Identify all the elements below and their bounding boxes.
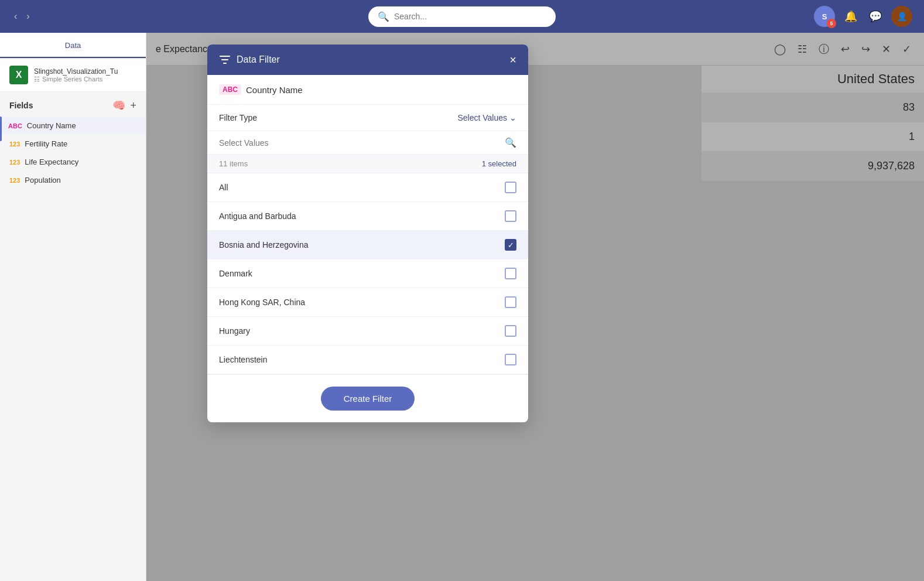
file-info: Slingshot_Visualization_Tu ☷ Simple Seri… xyxy=(34,67,136,83)
filter-list: All Antigua and Barbuda Bosnia and Herze… xyxy=(207,173,528,374)
modal-footer: Create Filter xyxy=(207,374,528,422)
nav-right-actions: S 5 🔔 💬 👤 xyxy=(814,6,912,27)
filter-item-antigua[interactable]: Antigua and Barbuda xyxy=(207,202,528,231)
field-item-population[interactable]: 123 Population xyxy=(0,171,146,189)
modal-close-button[interactable]: × xyxy=(509,54,516,66)
field-type-123-icon-fertility: 123 xyxy=(9,141,20,148)
add-field-icon[interactable]: + xyxy=(130,100,136,112)
checkbox-hungary[interactable] xyxy=(505,325,516,337)
fields-actions: 🧠 + xyxy=(112,99,136,112)
tab-data[interactable]: Data xyxy=(0,33,146,58)
filter-item-bosnia[interactable]: Bosnia and Herzegovina xyxy=(207,231,528,259)
filter-item-label-antigua: Antigua and Barbuda xyxy=(219,211,296,221)
search-icon: 🔍 xyxy=(505,137,516,148)
fields-header: Fields 🧠 + xyxy=(0,92,146,117)
nav-back-button[interactable]: ‹ xyxy=(12,9,19,24)
filter-type-label: Filter Type xyxy=(219,113,257,122)
table-icon: ☷ xyxy=(34,76,40,83)
file-name: Slingshot_Visualization_Tu xyxy=(34,67,136,76)
field-label-fertility-rate: Fertility Rate xyxy=(25,139,67,148)
filter-item-label-all: All xyxy=(219,183,228,192)
filter-item-liechtenstein[interactable]: Liechtenstein xyxy=(207,346,528,374)
checkbox-liechtenstein[interactable] xyxy=(505,354,516,365)
nav-left-spacer: ‹ › xyxy=(12,9,82,24)
field-type-badge: ABC xyxy=(219,84,241,95)
filter-item-label-denmark: Denmark xyxy=(219,269,252,278)
modal-header: Data Filter × xyxy=(207,45,528,75)
file-item[interactable]: X Slingshot_Visualization_Tu ☷ Simple Se… xyxy=(0,59,146,92)
field-item-country-name[interactable]: ABC Country Name xyxy=(0,117,146,135)
sidebar-tabs: Data xyxy=(0,33,146,59)
filter-item-label-bosnia: Bosnia and Herzegovina xyxy=(219,240,309,250)
checkbox-all[interactable] xyxy=(505,182,516,193)
fields-list: ABC Country Name 123 Fertility Rate 123 … xyxy=(0,117,146,189)
filter-field-row: ABC Country Name xyxy=(207,75,528,105)
select-values-search: 🔍 xyxy=(207,131,528,155)
search-input[interactable] xyxy=(394,12,546,21)
field-label-country-name: Country Name xyxy=(27,121,76,130)
filter-type-row: Filter Type Select Values ⌄ xyxy=(207,105,528,131)
checkbox-hong-kong[interactable] xyxy=(505,296,516,308)
filter-type-value: Select Values xyxy=(457,113,507,122)
items-selected: 1 selected xyxy=(482,159,516,168)
items-count: 11 items xyxy=(219,159,248,168)
field-item-fertility-rate[interactable]: 123 Fertility Rate xyxy=(0,135,146,153)
fields-title: Fields xyxy=(9,101,33,110)
brain-icon[interactable]: 🧠 xyxy=(112,99,125,112)
modal-title: Data Filter xyxy=(237,54,280,65)
notification-badge: 5 xyxy=(827,19,836,28)
modal-overlay: Data Filter × ABC Country Name Filter Ty… xyxy=(146,33,924,581)
filter-icon xyxy=(219,54,231,66)
create-filter-button[interactable]: Create Filter xyxy=(321,387,415,411)
items-count-row: 11 items 1 selected xyxy=(207,155,528,173)
file-subtitle: ☷ Simple Series Charts xyxy=(34,76,136,83)
notifications-button[interactable]: 🔔 xyxy=(842,8,860,25)
modal-body: ABC Country Name Filter Type Select Valu… xyxy=(207,75,528,422)
field-type-123-icon-pop: 123 xyxy=(9,177,20,184)
field-type-abc-icon: ABC xyxy=(8,122,22,129)
filter-item-hungary[interactable]: Hungary xyxy=(207,317,528,346)
chevron-down-icon: ⌄ xyxy=(509,113,516,122)
user-avatar[interactable]: 👤 xyxy=(891,6,912,27)
search-bar[interactable]: 🔍 xyxy=(368,6,556,27)
select-values-input[interactable] xyxy=(219,138,500,148)
field-item-life-expectancy[interactable]: 123 Life Expectancy xyxy=(0,153,146,171)
filter-item-label-hungary: Hungary xyxy=(219,326,250,336)
field-type-123-icon-life: 123 xyxy=(9,159,20,166)
filter-item-hong-kong[interactable]: Hong Kong SAR, China xyxy=(207,288,528,317)
active-field-indicator xyxy=(0,117,2,141)
nav-forward-button[interactable]: › xyxy=(24,9,32,24)
filter-type-select[interactable]: Select Values ⌄ xyxy=(457,113,516,122)
field-name-label: Country Name xyxy=(246,85,303,95)
top-navigation: ‹ › 🔍 S 5 🔔 💬 👤 xyxy=(0,0,924,33)
excel-icon: X xyxy=(9,66,28,84)
content-area: e Expectancy ◯ ☷ ⓘ ↩ ↪ ✕ ✓ United States… xyxy=(146,33,924,581)
notifications-avatar[interactable]: S 5 xyxy=(814,6,835,27)
left-sidebar: Data X Slingshot_Visualization_Tu ☷ Simp… xyxy=(0,33,146,581)
messages-button[interactable]: 💬 xyxy=(867,8,884,25)
field-label-population: Population xyxy=(25,176,60,184)
data-filter-modal: Data Filter × ABC Country Name Filter Ty… xyxy=(207,45,528,422)
main-layout: Data X Slingshot_Visualization_Tu ☷ Simp… xyxy=(0,33,924,581)
filter-item-label-liechtenstein: Liechtenstein xyxy=(219,355,268,364)
checkbox-antigua[interactable] xyxy=(505,210,516,222)
search-icon: 🔍 xyxy=(378,11,389,22)
checkbox-bosnia[interactable] xyxy=(505,239,516,251)
modal-title-area: Data Filter xyxy=(219,54,280,66)
filter-item-label-hong-kong: Hong Kong SAR, China xyxy=(219,298,305,307)
filter-item-denmark[interactable]: Denmark xyxy=(207,259,528,288)
field-label-life-expectancy: Life Expectancy xyxy=(25,158,78,166)
filter-item-all[interactable]: All xyxy=(207,173,528,202)
checkbox-denmark[interactable] xyxy=(505,268,516,279)
